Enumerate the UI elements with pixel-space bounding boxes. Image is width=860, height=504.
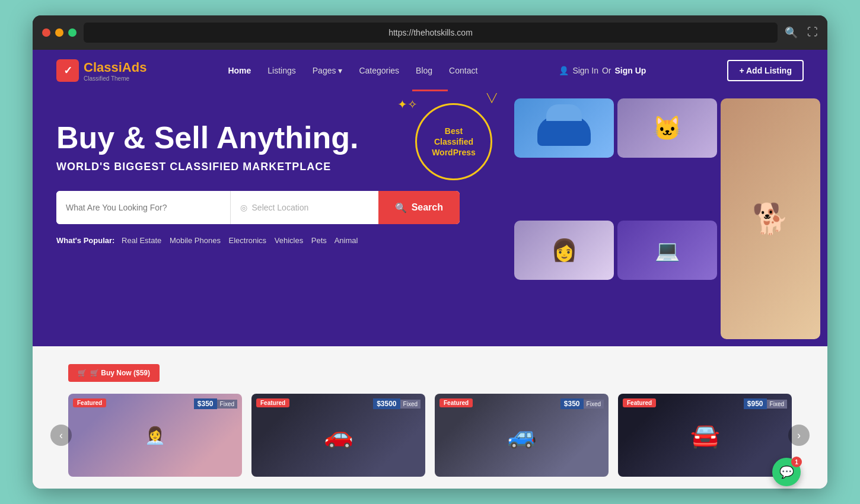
spark-top: ╲╱ — [487, 93, 496, 103]
popular-animal[interactable]: Animal — [335, 236, 358, 245]
featured-badge: Featured — [623, 398, 656, 407]
popular-label: What's Popular: — [56, 236, 114, 245]
logo-icon: ✓ — [56, 59, 79, 82]
price-amount: $350 — [560, 398, 584, 409]
url-bar[interactable]: https://thehotskills.com — [84, 23, 778, 43]
sign-in-link[interactable]: Sign In — [572, 66, 598, 75]
car3-image-placeholder: 🚙 — [507, 422, 537, 449]
traffic-lights — [42, 28, 77, 37]
hero-subtitle: WORLD'S BIGGEST CLASSIFIED MARKETPLACE — [56, 161, 472, 173]
search-icon[interactable]: 🔍 — [785, 26, 798, 39]
cart-icon: 🛒 — [78, 369, 87, 377]
featured-badge: Featured — [256, 398, 289, 407]
price-amount: $3500 — [373, 398, 400, 409]
chat-bubble[interactable]: 💬 1 — [772, 458, 801, 486]
hero-img-laptop: 💻 — [617, 221, 717, 280]
location-icon: ◎ — [240, 203, 247, 212]
hero-img-car-top — [514, 98, 614, 158]
close-button[interactable] — [42, 28, 50, 37]
listings-section: 🛒 🛒 Buy Now ($59) ‹ 👩‍💼 Featured $350 Fi… — [33, 346, 827, 489]
user-icon: 👤 — [559, 66, 569, 75]
popular-pets[interactable]: Pets — [311, 236, 327, 245]
search-input[interactable] — [56, 191, 231, 224]
price-badge: $3500 Fixed — [373, 398, 421, 409]
badge-decoration: ✦✧ ╲╱ Best Classified WordPress — [415, 103, 492, 180]
nav-categories[interactable]: Categories — [359, 66, 399, 75]
add-listing-button[interactable]: + Add Listing — [727, 60, 804, 81]
sign-up-link[interactable]: Sign Up — [615, 66, 646, 75]
url-text: https://thehotskills.com — [388, 28, 473, 37]
price-badge: $350 Fixed — [560, 398, 604, 409]
carousel-prev-button[interactable]: ‹ — [50, 425, 72, 446]
search-bar: ◎ Select Location 🔍 Search — [56, 191, 460, 224]
listing-card: 🚘 Featured $950 Fixed — [618, 394, 792, 477]
nav-bar: ✓ ClassiAds Classified Theme Home Listin… — [33, 50, 827, 91]
woman-icon: 👩 — [551, 238, 578, 263]
fullscreen-icon[interactable]: ⛶ — [807, 26, 818, 39]
search-button[interactable]: 🔍 Search — [378, 191, 460, 224]
logo-ads: Ads — [122, 60, 147, 75]
price-type: Fixed — [767, 400, 787, 409]
nav-auth: 👤 Sign In Or Sign Up — [559, 66, 646, 75]
popular-section: What's Popular: Real Estate Mobile Phone… — [56, 236, 472, 245]
car4-image-placeholder: 🚘 — [690, 422, 720, 449]
hero-img-cat: 🐱 — [617, 98, 717, 158]
browser-icons: 🔍 ⛶ — [785, 26, 818, 39]
nav-contact[interactable]: Contact — [449, 66, 477, 75]
price-amount: $350 — [194, 398, 217, 409]
listing-card: 🚗 Featured $3500 Fixed — [251, 394, 425, 477]
listings-header: 🛒 🛒 Buy Now ($59) — [68, 364, 792, 388]
chat-icon: 💬 — [779, 465, 794, 479]
nav-listings[interactable]: Listings — [267, 66, 295, 75]
dog-icon: 🐕 — [752, 202, 789, 236]
badge-text: Best Classified WordPress — [432, 126, 476, 158]
maximize-button[interactable] — [68, 28, 77, 37]
or-text: Or — [602, 66, 611, 75]
nav-links: Home Listings Pages ▾ Categories Blog Co… — [228, 66, 477, 75]
popular-vehicles[interactable]: Vehicles — [275, 236, 303, 245]
price-amount: $950 — [744, 398, 767, 409]
laptop-icon: 💻 — [655, 238, 680, 262]
popular-real-estate[interactable]: Real Estate — [122, 236, 161, 245]
browser-chrome: https://thehotskills.com 🔍 ⛶ — [33, 15, 827, 50]
logo-subtext: Classified Theme — [84, 75, 146, 82]
logo-text-wrapper: ClassiAds Classified Theme — [84, 60, 146, 82]
search-magnifier-icon: 🔍 — [395, 202, 407, 213]
logo[interactable]: ✓ ClassiAds Classified Theme — [56, 59, 146, 82]
price-type: Fixed — [217, 400, 237, 409]
featured-badge: Featured — [73, 398, 106, 407]
popular-electronics[interactable]: Electronics — [229, 236, 267, 245]
chat-notification-badge: 1 — [791, 457, 802, 467]
hero-img-woman: 👩 — [514, 221, 614, 280]
nav-blog[interactable]: Blog — [416, 66, 432, 75]
minimize-button[interactable] — [55, 28, 63, 37]
price-badge: $950 Fixed — [744, 398, 787, 409]
logo-text: ClassiAds — [84, 60, 146, 75]
listings-grid: ‹ 👩‍💼 Featured $350 Fixed 🚗 — [68, 394, 792, 477]
hero-content: Buy & Sell Anything. WORLD'S BIGGEST CLA… — [56, 121, 472, 245]
location-input-wrapper[interactable]: ◎ Select Location — [231, 191, 378, 224]
carousel-next-button[interactable]: › — [788, 425, 810, 446]
website: ✓ ClassiAds Classified Theme Home Listin… — [33, 50, 827, 489]
nav-home[interactable]: Home — [228, 66, 251, 75]
hero-section: ✦✧ ╲╱ Best Classified WordPress Buy & Se… — [33, 91, 827, 346]
hero-img-dog: 🐕 — [721, 98, 820, 339]
price-type: Fixed — [584, 400, 604, 409]
spark-icon: ✦✧ — [397, 97, 418, 111]
listing-card: 🚙 Featured $350 Fixed — [435, 394, 609, 477]
car-image-placeholder: 👩‍💼 — [145, 426, 165, 445]
price-type: Fixed — [400, 400, 421, 409]
browser-window: https://thehotskills.com 🔍 ⛶ ✓ ClassiAds… — [33, 15, 827, 489]
hero-images-grid: 🐱 🐕 👩 💻 — [507, 91, 827, 346]
location-placeholder-text: Select Location — [252, 203, 309, 212]
listing-card: 👩‍💼 Featured $350 Fixed — [68, 394, 242, 477]
logo-classi: Classi — [84, 60, 122, 75]
nav-pages[interactable]: Pages ▾ — [313, 66, 343, 75]
popular-mobile-phones[interactable]: Mobile Phones — [170, 236, 221, 245]
hero-title: Buy & Sell Anything. — [56, 121, 472, 155]
featured-badge: Featured — [439, 398, 473, 407]
buy-now-button[interactable]: 🛒 🛒 Buy Now ($59) — [68, 364, 160, 382]
badge-circle: ╲╱ Best Classified WordPress — [415, 103, 492, 180]
price-badge: $350 Fixed — [194, 398, 237, 409]
cat-icon: 🐱 — [652, 114, 682, 142]
